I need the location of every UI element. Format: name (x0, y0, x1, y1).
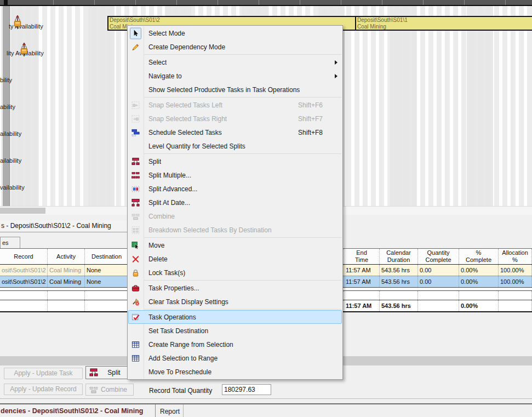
lock-icon (131, 268, 140, 277)
table-cell: 0.00% (459, 276, 499, 287)
menu-item-show-selected-productive-tasks-in-task-operations[interactable]: Show Selected Productive Tasks in Task O… (128, 83, 342, 96)
menu-item-snap-selected-tasks-left: Snap Selected Tasks LeftShift+F6 (128, 98, 342, 112)
menu-item-label: Breakdown Selected Tasks By Destination (148, 226, 272, 234)
menu-item-select-mode[interactable]: Select Mode (128, 26, 342, 40)
menu-item-label: Delete (148, 255, 168, 263)
column-header-allocation[interactable]: Allocation % (499, 249, 532, 264)
table-cell: osit\South\S01\2 (0, 265, 48, 276)
menu-item-split-advanced[interactable]: Split Advanced... (128, 182, 342, 196)
delete-icon (131, 254, 140, 264)
combine-button[interactable]: Combine (85, 384, 134, 396)
menu-item-lock-task-s[interactable]: Lock Task(s) (128, 266, 342, 279)
table-cell (48, 300, 85, 311)
column-header-activity[interactable]: Activity (48, 249, 85, 264)
menu-item-delete[interactable]: Delete (128, 252, 342, 266)
menu-item-label: Create Range from Selection (148, 341, 233, 349)
table-cell (459, 291, 499, 300)
menu-item-clear-task-display-settings[interactable]: Clear Task Display Settings (128, 295, 342, 309)
table-cell (499, 291, 532, 300)
panel-tab[interactable]: es (0, 237, 20, 248)
menu-item-label: Set Task Destination (148, 327, 208, 335)
column-header-complete[interactable]: % Complete (459, 249, 499, 264)
table-cell: 0.00% (459, 300, 499, 311)
menu-separator (144, 309, 341, 310)
menu-item-task-operations[interactable]: Task Operations (128, 310, 342, 324)
table-cell: 11:57 AM (344, 300, 380, 311)
menu-item-label: Select Mode (148, 30, 185, 37)
menu-item-breakdown-selected-tasks-by-destination: Breakdown Selected Tasks By Destination (128, 223, 342, 237)
toolbox-icon (131, 283, 140, 293)
task-bar-label: Deposit\South\S01\2 (110, 17, 357, 24)
timeline-ruler (0, 0, 532, 6)
menu-item-split-at-date[interactable]: Split At Date... (128, 196, 342, 209)
split-advanced-icon (131, 184, 140, 193)
split-icon (131, 157, 140, 166)
table-cell (85, 300, 129, 311)
availability-row-label: ability (0, 104, 15, 110)
menu-item-label: Split At Date... (148, 199, 190, 207)
column-header-destination[interactable]: Destination (85, 249, 129, 264)
table-cell (0, 291, 48, 300)
menu-item-split[interactable]: Split (128, 155, 342, 168)
split-icon (89, 368, 98, 377)
record-total-quantity-input[interactable] (222, 384, 271, 395)
menu-item-label: Level Quantity for Selected Splits (148, 142, 245, 150)
split-button[interactable]: Split (85, 366, 134, 379)
combine-button-label: Combine (98, 386, 130, 393)
menu-item-level-quantity-for-selected-splits[interactable]: Level Quantity for Selected Splits (128, 139, 342, 153)
menu-item-move[interactable]: Move (128, 238, 342, 252)
menu-item-label: Split Advanced... (148, 185, 197, 193)
menu-item-add-selection-to-range[interactable]: Add Selection to Range (128, 351, 342, 365)
combine-icon (131, 212, 140, 221)
apply-update-record-button[interactable]: Apply - Update Record (4, 384, 83, 395)
menu-item-label: Combine (148, 213, 175, 220)
table-cell: 0.00% (459, 265, 499, 276)
menu-item-set-task-destination[interactable]: Set Task Destination (128, 324, 342, 338)
menu-item-label: Show Selected Productive Tasks in Task O… (148, 86, 300, 94)
menu-item-label: Move (148, 242, 164, 249)
column-header-record[interactable]: Record (0, 249, 48, 264)
menu-item-label: Clear Task Display Settings (148, 298, 228, 306)
menu-item-create-dependency-mode[interactable]: Create Dependency Mode (128, 40, 342, 54)
tab-report[interactable]: Report (160, 408, 180, 415)
table-cell (380, 291, 418, 300)
column-header-calendar-duration[interactable]: Calendar Duration (380, 249, 418, 264)
tab-dependencies-active[interactable]: dencies - Deposit\South\S01\2 - Coal Min… (1, 407, 143, 415)
column-header-end-time[interactable]: End Time (344, 249, 380, 264)
table-cell (48, 291, 85, 300)
scrollbar-thumb[interactable] (0, 208, 45, 214)
menu-item-navigate-to[interactable]: Navigate to (128, 69, 342, 83)
apply-update-task-button[interactable]: Apply - Update Task (4, 368, 83, 379)
combine-icon (89, 385, 98, 394)
tabbar-separator-dark (0, 403, 532, 404)
table-cell: None (85, 276, 129, 287)
table-cell (418, 291, 459, 300)
menu-item-schedule-selected-tasks[interactable]: Schedule Selected TasksShift+F8 (128, 125, 342, 139)
menu-item-select[interactable]: Select (128, 55, 342, 69)
timeline-ruler-corner (4, 0, 8, 5)
table-cell (499, 300, 532, 311)
table-cell: 0.00 (418, 265, 459, 276)
tab-divider (155, 404, 156, 417)
menu-item-split-multiple[interactable]: Split Multiple... (128, 168, 342, 182)
menu-item-label: Select (148, 59, 167, 66)
breakdown-icon (131, 225, 140, 235)
menu-item-task-properties[interactable]: Task Properties... (128, 281, 342, 295)
menu-item-move-to-preschedule[interactable]: Move To Preschedule (128, 365, 342, 379)
lock-milestone-icon (13, 15, 22, 29)
menu-item-shortcut: Shift+F6 (298, 101, 337, 109)
table-cell (85, 291, 129, 300)
menu-item-label: Lock Task(s) (148, 269, 185, 277)
availability-row-label: ailability (0, 157, 21, 164)
scheduler-window: { "colors": { "task_bar_fill": "#eae388"… (0, 0, 532, 417)
move-icon (131, 241, 140, 250)
column-header-quantity-complete[interactable]: Quantity Complete (418, 249, 459, 264)
snap-left-icon (131, 100, 140, 110)
submenu-arrow-icon (335, 60, 337, 65)
split-at-date-icon (131, 198, 140, 207)
menu-item-create-range-from-selection[interactable]: Create Range from Selection (128, 338, 342, 351)
menu-item-label: Create Dependency Mode (148, 43, 225, 51)
task-bar-deposit-south-s01-1[interactable]: Deposit\South\S01\1Coal Mining (355, 16, 532, 31)
schedule-icon (131, 128, 140, 137)
availability-row-label: vailability (0, 184, 25, 191)
